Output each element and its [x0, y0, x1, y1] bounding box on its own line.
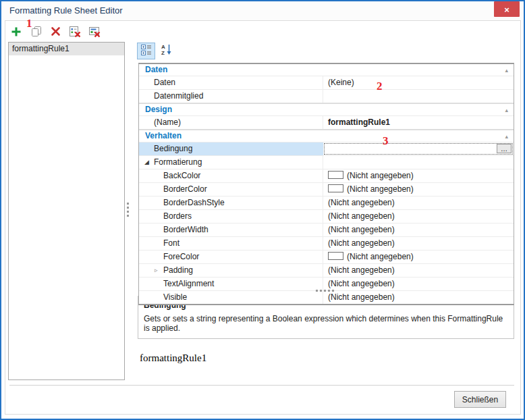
schliessen-button[interactable]: Schließen: [454, 391, 506, 408]
az-sort-icon: A Z: [161, 44, 172, 58]
collapse-icon[interactable]: ▴: [505, 105, 508, 116]
annotation-1: 1: [26, 18, 32, 29]
alphabetical-sort-button[interactable]: A Z: [157, 43, 175, 59]
category-verhalten[interactable]: Verhalten ▴: [139, 129, 514, 142]
value-forecolor[interactable]: (Nicht angegeben): [323, 251, 514, 263]
property-grid: Daten ▴ Daten (Keine) Datenmitglied Desi…: [138, 63, 514, 305]
value-daten[interactable]: (Keine): [323, 76, 514, 89]
add-rule-button[interactable]: [8, 24, 24, 41]
rule-preview-text: formattingRule1: [140, 352, 206, 364]
window-close-button[interactable]: ×: [494, 1, 520, 17]
value-bordercolor[interactable]: (Nicht angegeben): [323, 183, 514, 196]
row-formatierung[interactable]: ◢ Formatierung: [139, 155, 514, 169]
category-design[interactable]: Design ▴: [139, 103, 514, 115]
annotation-3: 3: [383, 135, 389, 147]
property-grid-toolbar: A Z: [137, 43, 175, 59]
collapsed-icon[interactable]: ▹: [155, 264, 158, 276]
color-swatch: [328, 184, 343, 192]
footer-separator: [9, 385, 514, 386]
sheet-delete-icon: [88, 26, 101, 40]
formatting-rule-sheet-editor-dialog: Formatting Rule Sheet Editor ×: [0, 0, 525, 420]
row-borderdashstyle[interactable]: BorderDashStyle (Nicht angegeben): [139, 196, 514, 209]
category-daten[interactable]: Daten ▴: [139, 64, 514, 76]
value-backcolor[interactable]: (Nicht angegeben): [323, 169, 514, 182]
value-padding[interactable]: (Nicht angegeben): [323, 264, 514, 277]
annotation-2: 2: [377, 80, 383, 92]
row-name[interactable]: (Name) formattingRule1: [139, 115, 514, 129]
rule-list-item[interactable]: formattingRule1: [9, 43, 124, 55]
value-borders[interactable]: (Nicht angegeben): [323, 210, 514, 223]
value-font[interactable]: (Nicht angegeben): [323, 237, 514, 250]
collapse-icon[interactable]: ▴: [505, 131, 508, 142]
rules-list: formattingRule1: [8, 42, 125, 380]
delete-rule-button[interactable]: [47, 24, 63, 41]
row-borders[interactable]: Borders (Nicht angegeben): [139, 209, 514, 223]
bedingung-ellipsis-button[interactable]: …: [497, 144, 512, 153]
rules-toolbar: [8, 24, 103, 41]
expanded-icon[interactable]: ◢: [144, 156, 149, 168]
row-textalignment[interactable]: TextAlignment (Nicht angegeben): [139, 277, 514, 290]
row-backcolor[interactable]: BackColor (Nicht angegeben): [139, 169, 514, 182]
horizontal-splitter[interactable]: [316, 290, 334, 292]
row-bedingung[interactable]: Bedingung …: [139, 142, 514, 155]
color-swatch: [328, 171, 343, 179]
value-visible[interactable]: (Nicht angegeben): [323, 291, 514, 304]
red-x-icon: [50, 26, 61, 39]
collapse-icon[interactable]: ▴: [505, 65, 508, 76]
bedingung-editor[interactable]: …: [323, 142, 514, 155]
row-daten[interactable]: Daten (Keine): [139, 76, 514, 89]
plus-icon: [10, 26, 22, 40]
row-padding[interactable]: ▹ Padding (Nicht angegeben): [139, 263, 514, 277]
svg-text:Z: Z: [161, 50, 165, 56]
description-text: Gets or sets a string representing a Boo…: [138, 310, 514, 333]
color-swatch: [328, 252, 343, 260]
delete-rule-from-sheet-button[interactable]: [67, 24, 83, 41]
category-title: Daten: [139, 65, 167, 74]
title-bar: Formatting Rule Sheet Editor: [1, 1, 524, 20]
row-datenmitglied[interactable]: Datenmitglied: [139, 89, 514, 103]
row-font[interactable]: Font (Nicht angegeben): [139, 236, 514, 250]
row-forecolor[interactable]: ForeColor (Nicht angegeben): [139, 250, 514, 263]
value-name[interactable]: formattingRule1: [323, 116, 514, 129]
category-title: Verhalten: [139, 131, 182, 140]
value-borderwidth[interactable]: (Nicht angegeben): [323, 224, 514, 236]
row-borderwidth[interactable]: BorderWidth (Nicht angegeben): [139, 223, 514, 236]
list-delete-icon: [69, 26, 81, 40]
value-borderdashstyle[interactable]: (Nicht angegeben): [323, 196, 514, 209]
row-visible[interactable]: Visible (Nicht angegeben): [139, 290, 514, 304]
value-textalignment[interactable]: (Nicht angegeben): [323, 278, 514, 290]
categorized-icon: [141, 45, 152, 57]
value-datenmitglied[interactable]: [323, 90, 514, 103]
dialog-title: Formatting Rule Sheet Editor: [9, 5, 123, 16]
vertical-splitter[interactable]: [127, 203, 130, 217]
delete-sheet-button[interactable]: [86, 24, 103, 41]
categorized-view-button[interactable]: [137, 43, 155, 59]
row-bordercolor[interactable]: BorderColor (Nicht angegeben): [139, 182, 514, 196]
category-title: Design: [139, 105, 172, 114]
svg-text:A: A: [161, 44, 165, 50]
